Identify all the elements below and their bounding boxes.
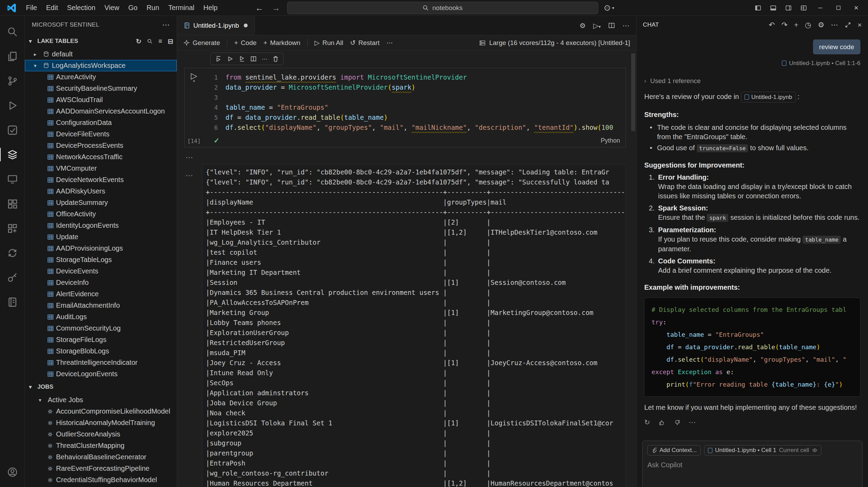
history-icon[interactable]: ◷ <box>805 21 811 29</box>
source-control-icon[interactable] <box>0 69 25 93</box>
table-item[interactable]: NetworkAccessTraffic <box>25 151 177 163</box>
table-item[interactable]: DeviceFileEvents <box>25 128 177 140</box>
tree-item-workspace[interactable]: ▾ LogAnalyticsWorkspace <box>25 60 177 71</box>
gear-icon[interactable]: ⚙ <box>580 21 586 30</box>
add-markdown-button[interactable]: + Markdown <box>264 39 301 47</box>
azure-icon[interactable] <box>0 216 25 241</box>
cell-language[interactable]: Python <box>601 137 620 144</box>
more-actions-icon[interactable]: ⋯ <box>162 20 170 29</box>
table-item[interactable]: AADRiskyUsers <box>25 186 177 197</box>
table-item[interactable]: StorageTableLogs <box>25 254 177 265</box>
tree-item-active-jobs[interactable]: ▾ Active Jobs <box>25 394 177 406</box>
layout-sidebar-left-icon[interactable] <box>750 0 766 16</box>
job-item[interactable]: RareEventForecastingPipeline <box>25 463 177 474</box>
back-arrow-icon[interactable]: ← <box>254 3 265 13</box>
menu-item[interactable]: Run <box>142 2 164 13</box>
table-item[interactable]: AlertEvidence <box>25 288 177 300</box>
command-center-search[interactable]: notebooks <box>287 2 598 14</box>
refresh-icon[interactable]: ↻ <box>136 37 141 45</box>
table-item[interactable]: ThreatIntelligenceIndicator <box>25 357 177 368</box>
table-item[interactable]: DeviceNetworkEvents <box>25 174 177 186</box>
job-item[interactable]: CredentialStuffingBehaviorModel <box>25 474 177 486</box>
more-actions-icon[interactable]: ⋯ <box>622 21 629 30</box>
layout-panel-icon[interactable] <box>766 0 781 16</box>
tab-untitled-1[interactable]: Untitled-1.ipynb <box>177 16 255 35</box>
editor-scrollbar[interactable] <box>631 53 635 131</box>
remote-explorer-icon[interactable] <box>0 167 25 191</box>
table-item[interactable]: AWSCloudTrail <box>25 94 177 106</box>
menu-item[interactable]: Edit <box>41 2 62 13</box>
menu-item[interactable]: Help <box>199 2 222 13</box>
search-icon[interactable] <box>0 19 25 44</box>
thumbs-up-icon[interactable] <box>658 419 665 426</box>
split-cell-icon[interactable] <box>250 55 257 62</box>
user-message[interactable]: review code <box>813 39 860 54</box>
add-context-button[interactable]: Add Context... <box>647 445 701 456</box>
unsaved-dot-icon[interactable] <box>244 24 248 27</box>
table-item[interactable]: IdentityLogonEvents <box>25 220 177 231</box>
search-icon[interactable] <box>147 38 153 44</box>
job-item[interactable]: ThreatClusterMapping <box>25 440 177 451</box>
extensions-icon[interactable] <box>0 191 25 216</box>
file-chip[interactable]: Untitled-1.ipynb <box>741 92 796 102</box>
run-debug-icon[interactable] <box>0 93 25 118</box>
more-actions-icon[interactable]: ⋯ <box>262 56 267 62</box>
table-item[interactable]: SecurityBaselineSummary <box>25 83 177 94</box>
tree-item-default[interactable]: ▸ default <box>25 48 177 60</box>
add-code-button[interactable]: + Code <box>234 39 257 47</box>
table-item[interactable]: ConfigurationData <box>25 117 177 128</box>
table-item[interactable]: StorageFileLogs <box>25 334 177 345</box>
account-icon[interactable] <box>0 460 25 484</box>
current-file-chip[interactable]: Untitled-1.ipynb • Cell 1 Current cell <box>704 445 821 456</box>
redo-icon[interactable]: ↷ <box>782 21 788 29</box>
table-item[interactable]: UpdateSummary <box>25 197 177 208</box>
cell-code[interactable]: 1from sentinel_lake.providers import Mic… <box>203 68 626 134</box>
run-all-button[interactable]: ▷ Run All <box>315 39 343 47</box>
run-above-icon[interactable] <box>215 55 222 62</box>
table-item[interactable]: Update <box>25 231 177 243</box>
thumbs-down-icon[interactable] <box>674 419 681 426</box>
cell-margin-more-icon[interactable]: ⋯ <box>185 153 193 162</box>
table-item[interactable]: DeviceInfo <box>25 277 177 288</box>
notebook-icon[interactable] <box>0 290 25 314</box>
message-attachment[interactable]: Untitled-1.ipynb • Cell 1:1-6 <box>644 58 860 68</box>
table-item[interactable]: AuditLogs <box>25 311 177 323</box>
split-editor-icon[interactable] <box>608 22 615 29</box>
job-item[interactable]: OutlierScoreAnalysis <box>25 429 177 440</box>
job-item[interactable]: BehavioralBaselineGenerator <box>25 451 177 463</box>
table-item[interactable]: StorageBlobLogs <box>25 345 177 357</box>
forward-arrow-icon[interactable]: → <box>270 3 281 13</box>
minimize-icon[interactable] <box>811 0 829 16</box>
gear-icon[interactable]: ⚙ <box>818 21 824 29</box>
job-item[interactable]: HistoricalAnomalyModelTraining <box>25 417 177 429</box>
menu-item[interactable]: Selection <box>63 2 100 13</box>
menu-item[interactable]: File <box>21 2 41 13</box>
testing-icon[interactable] <box>0 118 25 142</box>
menu-item[interactable]: Go <box>124 2 142 13</box>
table-item[interactable]: DeviceEvents <box>25 265 177 277</box>
table-item[interactable]: CommonSecurityLog <box>25 323 177 334</box>
run-cell-button[interactable]: ▷▾ <box>191 72 197 83</box>
sync-icon[interactable] <box>0 241 25 265</box>
more-actions-icon[interactable]: ⋯ <box>689 418 696 427</box>
chat-input-box[interactable]: Add Context... Untitled-1.ipynb • Cell 1… <box>642 441 862 487</box>
expand-icon[interactable] <box>845 22 851 28</box>
copilot-menu[interactable]: ▾ <box>604 4 614 11</box>
menu-item[interactable]: View <box>100 2 124 13</box>
menu-item[interactable]: Terminal <box>164 2 199 13</box>
more-actions-icon[interactable]: ⋯ <box>831 21 838 29</box>
collapse-all-icon[interactable]: ⊟ <box>168 37 173 45</box>
close-icon[interactable]: × <box>847 0 865 16</box>
table-item[interactable]: VMComputer <box>25 163 177 174</box>
customize-layout-icon[interactable] <box>796 0 811 16</box>
filter-icon[interactable]: ≡ <box>158 37 162 45</box>
new-chat-icon[interactable]: + <box>794 21 798 29</box>
section-lake-tables[interactable]: ▾ LAKE TABLES ↻ ≡ ⊟ <box>25 34 177 48</box>
maximize-icon[interactable] <box>829 0 847 16</box>
kernel-picker[interactable]: Large (16 vcores/112g - 4 executors) [Un… <box>479 39 630 47</box>
code-cell[interactable]: ▷▾ 1from sentinel_lake.providers import … <box>184 68 626 147</box>
run-below-icon[interactable] <box>238 55 245 62</box>
table-item[interactable]: OfficeActivity <box>25 208 177 220</box>
table-item[interactable]: AzureActivity <box>25 71 177 83</box>
run-dropdown-icon[interactable]: ▷▾ <box>593 21 601 30</box>
